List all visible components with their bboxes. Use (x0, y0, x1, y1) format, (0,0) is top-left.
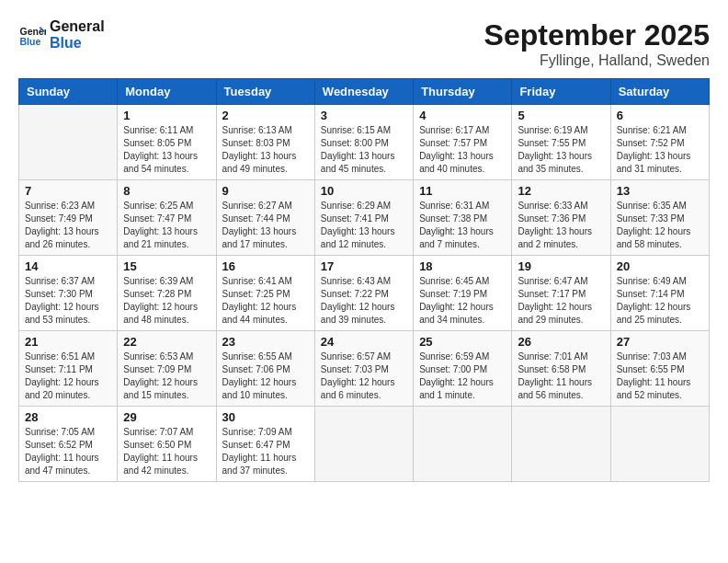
day-number: 19 (518, 259, 604, 273)
day-number: 24 (321, 335, 407, 349)
day-number: 8 (123, 184, 210, 198)
week-row-5: 28Sunrise: 7:05 AMSunset: 6:52 PMDayligh… (19, 407, 710, 482)
logo-general: General (50, 18, 105, 35)
calendar-cell: 28Sunrise: 7:05 AMSunset: 6:52 PMDayligh… (19, 407, 118, 482)
daylight-text: Daylight: 11 hours and 56 minutes. (518, 376, 604, 402)
sunrise-text: Sunrise: 6:29 AM (321, 200, 407, 213)
calendar-cell: 5Sunrise: 6:19 AMSunset: 7:55 PMDaylight… (512, 105, 610, 180)
calendar-cell: 6Sunrise: 6:21 AMSunset: 7:52 PMDaylight… (610, 105, 709, 180)
sunset-text: Sunset: 7:41 PM (321, 213, 407, 225)
sunset-text: Sunset: 7:17 PM (518, 288, 604, 301)
sunrise-text: Sunrise: 7:05 AM (25, 426, 111, 439)
calendar-cell: 30Sunrise: 7:09 AMSunset: 6:47 PMDayligh… (216, 407, 314, 482)
page-header: General Blue General Blue September 2025… (18, 18, 710, 69)
daylight-text: Daylight: 13 hours and 54 minutes. (123, 150, 210, 176)
calendar-cell: 25Sunrise: 6:59 AMSunset: 7:00 PMDayligh… (414, 331, 512, 407)
day-number: 29 (123, 410, 210, 424)
sunrise-text: Sunrise: 6:47 AM (518, 275, 604, 288)
daylight-text: Daylight: 13 hours and 31 minutes. (617, 150, 703, 176)
day-number: 14 (25, 259, 111, 273)
sunrise-text: Sunrise: 6:45 AM (419, 275, 506, 288)
day-number: 10 (321, 184, 407, 198)
sunrise-text: Sunrise: 7:09 AM (222, 426, 309, 439)
day-number: 7 (25, 184, 111, 198)
day-number: 4 (419, 109, 506, 122)
sunrise-text: Sunrise: 6:23 AM (25, 200, 111, 213)
weekday-header-tuesday: Tuesday (216, 79, 314, 105)
calendar-cell: 8Sunrise: 6:25 AMSunset: 7:47 PMDaylight… (118, 180, 216, 256)
sunset-text: Sunset: 7:14 PM (617, 288, 703, 301)
logo-icon: General Blue (18, 21, 46, 49)
sunrise-text: Sunrise: 6:39 AM (123, 275, 210, 288)
sunrise-text: Sunrise: 6:33 AM (518, 200, 604, 213)
calendar-cell: 16Sunrise: 6:41 AMSunset: 7:25 PMDayligh… (216, 256, 314, 331)
sunset-text: Sunset: 7:11 PM (25, 363, 111, 376)
weekday-header-wednesday: Wednesday (314, 79, 413, 105)
day-number: 5 (518, 109, 604, 122)
sunset-text: Sunset: 8:05 PM (123, 137, 210, 150)
calendar-cell: 29Sunrise: 7:07 AMSunset: 6:50 PMDayligh… (118, 407, 216, 482)
calendar-cell (314, 407, 413, 482)
calendar-cell: 26Sunrise: 7:01 AMSunset: 6:58 PMDayligh… (512, 331, 610, 407)
sunrise-text: Sunrise: 6:37 AM (25, 275, 111, 288)
day-number: 2 (222, 109, 309, 122)
sunrise-text: Sunrise: 6:19 AM (518, 124, 604, 137)
logo: General Blue General Blue (18, 18, 105, 51)
daylight-text: Daylight: 12 hours and 39 minutes. (321, 301, 407, 327)
daylight-text: Daylight: 12 hours and 48 minutes. (123, 301, 210, 327)
calendar-cell (414, 407, 512, 482)
sunrise-text: Sunrise: 6:11 AM (123, 124, 210, 137)
day-number: 1 (123, 109, 210, 122)
daylight-text: Daylight: 12 hours and 58 minutes. (617, 225, 703, 251)
sunrise-text: Sunrise: 6:41 AM (222, 275, 309, 288)
calendar-cell: 21Sunrise: 6:51 AMSunset: 7:11 PMDayligh… (19, 331, 118, 407)
sunrise-text: Sunrise: 6:49 AM (617, 275, 703, 288)
calendar-cell: 27Sunrise: 7:03 AMSunset: 6:55 PMDayligh… (610, 331, 709, 407)
sunrise-text: Sunrise: 6:53 AM (123, 350, 210, 363)
sunset-text: Sunset: 7:03 PM (321, 363, 407, 376)
day-number: 22 (123, 335, 210, 349)
daylight-text: Daylight: 12 hours and 15 minutes. (123, 376, 210, 402)
sunset-text: Sunset: 7:47 PM (123, 213, 210, 225)
calendar-cell (19, 105, 118, 180)
sunset-text: Sunset: 7:30 PM (25, 288, 111, 301)
calendar-cell: 1Sunrise: 6:11 AMSunset: 8:05 PMDaylight… (118, 105, 216, 180)
location-subtitle: Fyllinge, Halland, Sweden (484, 52, 710, 69)
calendar-cell (610, 407, 709, 482)
calendar-cell: 20Sunrise: 6:49 AMSunset: 7:14 PMDayligh… (610, 256, 709, 331)
sunset-text: Sunset: 6:55 PM (617, 363, 703, 376)
sunset-text: Sunset: 7:22 PM (321, 288, 407, 301)
sunrise-text: Sunrise: 6:15 AM (321, 124, 407, 137)
logo-blue: Blue (50, 35, 105, 52)
sunrise-text: Sunrise: 6:35 AM (617, 200, 703, 213)
month-title: September 2025 (484, 18, 710, 52)
sunset-text: Sunset: 7:06 PM (222, 363, 309, 376)
day-number: 11 (419, 184, 506, 198)
daylight-text: Daylight: 13 hours and 49 minutes. (222, 150, 309, 176)
daylight-text: Daylight: 12 hours and 25 minutes. (617, 301, 703, 327)
day-number: 15 (123, 259, 210, 273)
daylight-text: Daylight: 12 hours and 34 minutes. (419, 301, 506, 327)
daylight-text: Daylight: 11 hours and 47 minutes. (25, 452, 111, 477)
daylight-text: Daylight: 13 hours and 26 minutes. (25, 225, 111, 251)
week-row-1: 1Sunrise: 6:11 AMSunset: 8:05 PMDaylight… (19, 105, 710, 180)
calendar-cell: 10Sunrise: 6:29 AMSunset: 7:41 PMDayligh… (314, 180, 413, 256)
weekday-header-saturday: Saturday (610, 79, 709, 105)
week-row-4: 21Sunrise: 6:51 AMSunset: 7:11 PMDayligh… (19, 331, 710, 407)
weekday-header-thursday: Thursday (414, 79, 512, 105)
daylight-text: Daylight: 13 hours and 21 minutes. (123, 225, 210, 251)
daylight-text: Daylight: 12 hours and 44 minutes. (222, 301, 309, 327)
daylight-text: Daylight: 11 hours and 52 minutes. (617, 376, 703, 402)
sunrise-text: Sunrise: 6:43 AM (321, 275, 407, 288)
daylight-text: Daylight: 13 hours and 17 minutes. (222, 225, 309, 251)
daylight-text: Daylight: 13 hours and 40 minutes. (419, 150, 506, 176)
sunset-text: Sunset: 7:00 PM (419, 363, 506, 376)
day-number: 27 (617, 335, 703, 349)
day-number: 13 (617, 184, 703, 198)
title-area: September 2025 Fyllinge, Halland, Sweden (484, 18, 710, 69)
daylight-text: Daylight: 12 hours and 1 minute. (419, 376, 506, 402)
calendar-cell: 24Sunrise: 6:57 AMSunset: 7:03 PMDayligh… (314, 331, 413, 407)
sunrise-text: Sunrise: 6:17 AM (419, 124, 506, 137)
calendar-cell: 19Sunrise: 6:47 AMSunset: 7:17 PMDayligh… (512, 256, 610, 331)
daylight-text: Daylight: 13 hours and 35 minutes. (518, 150, 604, 176)
